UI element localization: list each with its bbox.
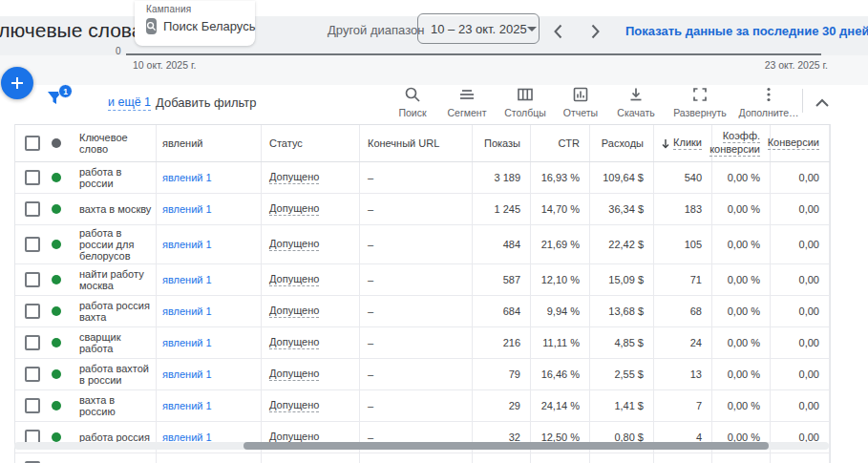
impressions-cell: 587 [473, 264, 531, 295]
status-cell[interactable]: Допущено [269, 305, 319, 318]
more-filters-link[interactable]: и ещё 1 [108, 95, 151, 111]
impressions-cell: 79 [473, 359, 531, 389]
table-row: сварщик работа явлений 1 Допущено – 216 … [15, 327, 830, 359]
enabled-status-dot-icon [52, 338, 61, 347]
google-ads-keywords-screen: Ключевые слова Кампания Поиск Беларусь Д… [0, 0, 868, 463]
keyword-cell[interactable]: вахта в россию [74, 390, 157, 421]
final-url-cell: – [360, 162, 473, 193]
collapse-table-button[interactable] [813, 93, 837, 114]
cost-cell: 0,95 $ [590, 453, 654, 463]
cost-cell: 15,09 $ [590, 264, 654, 295]
chart-flat-line [126, 53, 821, 55]
header-adgroup[interactable]: явлений [157, 125, 262, 161]
select-all-checkbox[interactable] [25, 136, 40, 151]
adgroup-link[interactable]: явлений 1 [162, 368, 212, 380]
collapsed-chart-strip [0, 55, 868, 85]
date-range-selector[interactable]: 10 – 23 окт. 2025 [417, 13, 540, 44]
keyword-cell[interactable]: работа в россии [74, 162, 157, 193]
header-conv-rate[interactable]: Коэфф. конверсии [712, 125, 771, 161]
impressions-cell: 216 [473, 327, 531, 358]
table-header-row: Ключевое слово явлений Статус Конечный U… [15, 124, 830, 162]
expand-button[interactable]: Развернуть [665, 86, 735, 118]
enabled-status-dot-icon [52, 369, 61, 379]
keyword-cell[interactable]: вахта в москву [74, 194, 157, 224]
add-keyword-fab[interactable] [1, 67, 33, 99]
conversions-cell: 0,00 [771, 225, 830, 263]
table-body: работа в россии явлений 1 Допущено – 3 1… [15, 162, 830, 463]
search-campaign-icon [146, 18, 157, 34]
search-button[interactable]: Поиск [388, 86, 437, 118]
adgroup-link[interactable]: явлений 1 [162, 274, 212, 285]
header-impressions[interactable]: Показы [473, 125, 531, 161]
clicks-cell: 68 [654, 296, 712, 326]
row-checkbox[interactable] [25, 170, 40, 185]
header-clicks[interactable]: Клики [654, 125, 712, 161]
clicks-cell: 7 [654, 390, 712, 421]
adgroup-link[interactable]: явлений 1 [162, 337, 212, 348]
final-url-cell: – [360, 359, 473, 389]
table-row: работа россия вахта явлений 1 Допущено –… [15, 296, 830, 327]
keyword-cell[interactable]: сварщик работа [74, 327, 157, 358]
row-checkbox[interactable] [25, 398, 40, 413]
ctr-cell: 21,69 % [531, 225, 590, 263]
table-row: найти работу москва явлений 1 Допущено –… [15, 264, 830, 296]
clicks-cell: 540 [654, 162, 712, 193]
expand-icon [691, 86, 709, 103]
clicks-cell: 183 [654, 194, 712, 224]
add-filter-button[interactable]: Добавить фильтр [156, 95, 257, 110]
header-final-url[interactable]: Конечный URL [360, 125, 473, 161]
header-status[interactable]: Статус [262, 125, 360, 161]
ctr-cell: 11,11 % [531, 327, 590, 358]
ctr-cell: 24,14 % [531, 390, 590, 421]
campaign-label: Кампания [146, 4, 245, 14]
status-cell[interactable]: Допущено [269, 399, 319, 412]
ctr-cell: 11,11 % [531, 453, 590, 463]
header-ctr[interactable]: CTR [531, 125, 590, 161]
header-conversions[interactable]: Конверсии [771, 125, 830, 161]
previous-range-button[interactable] [548, 19, 573, 44]
reports-button[interactable]: Отчеты [554, 86, 607, 118]
ctr-cell: 9,94 % [531, 296, 590, 326]
download-button[interactable]: Скачать [607, 86, 665, 118]
adgroup-link[interactable]: явлений 1 [162, 203, 212, 215]
adgroup-link[interactable]: явлений 1 [162, 239, 212, 250]
campaign-selector[interactable]: Кампания Поиск Беларусь [135, 1, 255, 46]
impressions-cell: 1 245 [473, 194, 531, 224]
horizontal-scrollbar-thumb[interactable] [243, 442, 769, 450]
more-options-button[interactable]: Дополните… [735, 86, 802, 118]
header-keyword[interactable]: Ключевое слово [74, 125, 157, 161]
keyword-cell[interactable]: работа вахтой в россии [74, 359, 157, 389]
row-checkbox[interactable] [25, 201, 40, 217]
status-cell[interactable]: Допущено [269, 336, 319, 349]
status-cell[interactable]: Допущено [269, 171, 319, 184]
chevron-down-icon [527, 27, 537, 32]
status-cell[interactable]: Допущено [269, 368, 319, 381]
header-cost[interactable]: Расходы [590, 125, 654, 161]
keyword-cell[interactable]: работа в россии для белорусов [74, 225, 157, 263]
keyword-cell[interactable]: работа в [74, 453, 157, 463]
enabled-status-dot-icon [52, 173, 61, 182]
filter-funnel-button[interactable]: 1 [45, 88, 77, 116]
table-toolbar: Поиск Сегмент Столбцы Отчеты Скачать Раз… [388, 86, 802, 118]
status-cell[interactable]: Допущено [269, 273, 319, 286]
next-range-button[interactable] [584, 19, 609, 44]
columns-button[interactable]: Столбцы [497, 86, 554, 118]
status-cell[interactable]: Допущено [269, 202, 319, 216]
row-checkbox[interactable] [25, 304, 40, 319]
row-checkbox[interactable] [25, 237, 40, 252]
show-last-30-days-link[interactable]: Показать данные за последние 30 дней [625, 24, 868, 38]
row-checkbox[interactable] [25, 335, 40, 350]
adgroup-link[interactable]: явлений 1 [162, 400, 212, 411]
row-checkbox[interactable] [25, 367, 40, 382]
row-checkbox[interactable] [25, 272, 40, 287]
conv-rate-cell: 0,00 % [712, 162, 771, 193]
keyword-cell[interactable]: найти работу москва [74, 264, 157, 295]
final-url-cell: – [360, 453, 473, 463]
segment-button[interactable]: Сегмент [437, 86, 497, 118]
impressions-cell: 36 [473, 453, 531, 463]
keyword-cell[interactable]: работа россия вахта [74, 296, 157, 326]
adgroup-link[interactable]: явлений 1 [162, 172, 212, 183]
adgroup-link[interactable]: явлений 1 [162, 305, 212, 317]
cost-cell: 109,64 $ [590, 162, 654, 193]
status-cell[interactable]: Допущено [269, 238, 319, 251]
